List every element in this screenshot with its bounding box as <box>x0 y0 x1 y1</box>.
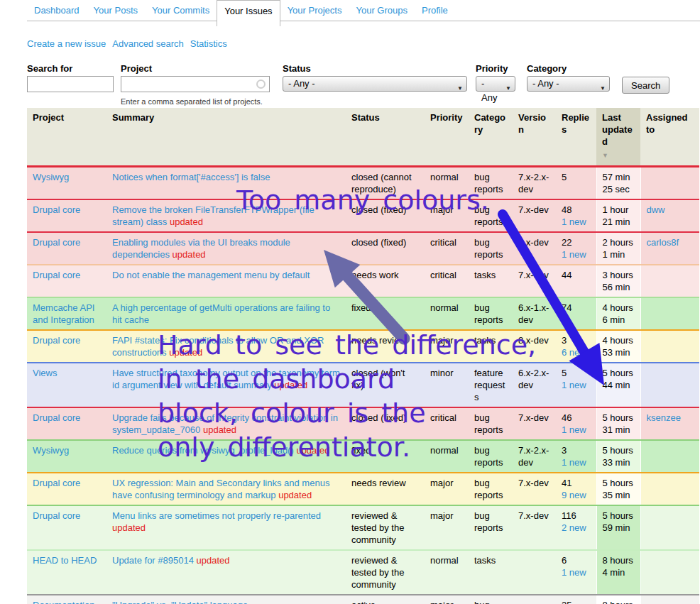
project-link[interactable]: Drupal core <box>33 510 80 521</box>
new-replies-link[interactable]: 1 new <box>562 456 591 468</box>
assignee-link[interactable]: ksenzee <box>647 412 681 423</box>
project-link[interactable]: Documentation <box>33 600 94 604</box>
issue-link[interactable]: Notices when format['#access'] is false <box>112 172 270 182</box>
cell-last-updated: 2 hours 1 min <box>596 232 640 265</box>
project-link[interactable]: Drupal core <box>33 335 80 346</box>
tab-your-projects[interactable]: Your Projects <box>280 0 349 26</box>
issue-row: Drupal coreRemove the broken FileTransfe… <box>27 199 699 232</box>
cell-summary: Have structured taxonomy output on the t… <box>106 363 346 407</box>
cell-category: bug reports <box>469 473 513 505</box>
column-header-category[interactable]: Category <box>469 108 513 167</box>
issue-row: HEAD to HEADUpdate for #895014 updatedre… <box>27 550 699 595</box>
new-replies-link[interactable]: 1 new <box>562 424 591 436</box>
replies-count: 74 <box>562 302 591 314</box>
project-link[interactable]: HEAD to HEAD <box>33 555 97 566</box>
tab-profile[interactable]: Profile <box>415 0 455 26</box>
column-header-assigned-to[interactable]: Assigned to <box>640 108 699 167</box>
cell-assigned <box>640 473 699 505</box>
column-header-last-updated[interactable]: Last updated▼ <box>596 108 640 167</box>
cell-summary: Menu links are sometimes not properly re… <box>106 505 346 550</box>
cell-project: HEAD to HEAD <box>27 550 106 595</box>
status-select[interactable]: - Any -▼ <box>283 76 467 92</box>
column-header-replies[interactable]: Replies <box>556 108 596 167</box>
issue-link[interactable]: Reduce queries from wysiwyg_profile_load… <box>112 445 294 456</box>
replies-count: 35 <box>562 599 591 604</box>
cell-priority: major <box>425 199 469 232</box>
issue-link[interactable]: FAPI #states: Fix conditionals to allow … <box>112 335 324 358</box>
priority-select[interactable]: - Any -▼ <box>476 76 515 92</box>
cell-version <box>513 550 556 595</box>
issue-link[interactable]: Update for #895014 <box>112 555 194 566</box>
column-header-project[interactable]: Project <box>27 108 106 167</box>
chevron-down-icon: ▼ <box>600 82 606 96</box>
cell-summary: Notices when format['#access'] is false <box>106 167 346 200</box>
replies-count: 3 <box>562 334 591 346</box>
new-replies-link[interactable]: 1 new <box>562 216 591 228</box>
cell-priority: normal <box>425 297 469 330</box>
tab-your-posts[interactable]: Your Posts <box>87 0 145 26</box>
cell-priority: normal <box>425 167 469 200</box>
column-header-version[interactable]: Version <box>513 108 556 167</box>
issue-link[interactable]: A high percentage of getMulti operations… <box>112 302 330 325</box>
cell-priority: critical <box>425 407 469 440</box>
project-link[interactable]: Drupal core <box>33 204 80 215</box>
new-replies-link[interactable]: 6 new <box>562 346 591 358</box>
project-link[interactable]: Drupal core <box>33 478 80 488</box>
tab-your-commits[interactable]: Your Commits <box>145 0 217 26</box>
table-header-row: ProjectSummaryStatusPriorityCategoryVers… <box>27 108 699 167</box>
cell-status: reviewed & tested by the community <box>346 550 425 595</box>
new-replies-link[interactable]: 9 new <box>562 489 591 501</box>
assignee-link[interactable]: dww <box>647 204 665 215</box>
cell-assigned <box>640 297 699 330</box>
project-link[interactable]: Wysiwyg <box>33 172 69 182</box>
issue-row: Drupal coreUX regression: Main and Secon… <box>27 473 699 505</box>
status-label: Status <box>283 63 311 74</box>
replies-count: 44 <box>562 269 591 281</box>
new-replies-link[interactable]: 1 new <box>562 566 591 578</box>
column-header-status[interactable]: Status <box>346 108 425 167</box>
tab-dashboard[interactable]: Dashboard <box>27 0 87 26</box>
issue-row: WysiwygReduce queries from wysiwyg_profi… <box>27 440 699 473</box>
cell-summary: A high percentage of getMulti operations… <box>106 297 346 330</box>
cell-priority: normal <box>425 440 469 473</box>
cell-priority: critical <box>425 265 469 297</box>
replies-count: 5 <box>562 171 591 183</box>
new-replies-link[interactable]: 1 new <box>562 379 591 391</box>
project-link[interactable]: Drupal core <box>33 270 80 280</box>
action-advanced-search[interactable]: Advanced search <box>112 38 183 49</box>
action-create-a-new-issue[interactable]: Create a new issue <box>27 38 106 49</box>
tab-your-groups[interactable]: Your Groups <box>349 0 415 26</box>
tab-bar: DashboardYour PostsYour CommitsYour Issu… <box>0 0 700 28</box>
cell-last-updated: 57 min 25 sec <box>596 167 640 200</box>
priority-label: Priority <box>476 63 508 74</box>
cell-priority: major <box>425 473 469 505</box>
cell-assigned <box>640 595 699 604</box>
column-header-priority[interactable]: Priority <box>425 108 469 167</box>
project-link[interactable]: Memcache API and Integration <box>33 302 94 325</box>
cell-category: feature requests <box>469 363 513 407</box>
action-statistics[interactable]: Statistics <box>190 38 227 49</box>
project-link[interactable]: Drupal core <box>33 412 80 423</box>
new-replies-link[interactable]: 2 new <box>562 522 591 534</box>
cell-replies: 221 new <box>556 232 596 265</box>
cell-summary: "Upgrade" vs. "Update" language <box>106 595 346 604</box>
issue-link[interactable]: "Upgrade" vs. "Update" language <box>112 600 248 604</box>
assignee-link[interactable]: carlos8f <box>647 237 679 248</box>
project-link[interactable]: Views <box>33 368 57 378</box>
project-link[interactable]: Drupal core <box>33 237 80 248</box>
cell-assigned <box>640 363 699 407</box>
cell-replies: 74 <box>556 297 596 330</box>
issue-link[interactable]: Do not enable the management menu by def… <box>112 270 310 280</box>
cell-summary: Remove the broken FileTransferFTPWrapper… <box>106 199 346 232</box>
new-replies-link[interactable]: 1 new <box>562 248 591 260</box>
search-button[interactable]: Search <box>622 77 669 94</box>
chevron-down-icon: ▼ <box>457 82 463 96</box>
issue-link[interactable]: Remove the broken FileTransferFTPWrapper… <box>112 204 315 227</box>
tab-your-issues[interactable]: Your Issues <box>217 0 280 26</box>
search-for-input[interactable] <box>27 76 114 92</box>
project-input[interactable] <box>121 76 270 92</box>
project-link[interactable]: Wysiwyg <box>33 445 69 456</box>
column-header-summary[interactable]: Summary <box>106 108 346 167</box>
category-select[interactable]: - Any -▼ <box>527 76 610 92</box>
issue-link[interactable]: Menu links are sometimes not properly re… <box>112 510 321 521</box>
